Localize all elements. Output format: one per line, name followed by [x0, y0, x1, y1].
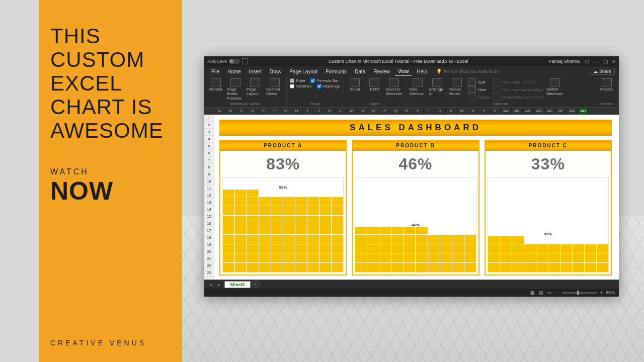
col-E[interactable]: E	[259, 108, 270, 115]
col-G[interactable]: G	[280, 108, 291, 115]
col-V[interactable]: V	[446, 108, 457, 115]
col-M[interactable]: M	[347, 108, 358, 115]
zoom-in-icon[interactable]: +	[600, 290, 603, 295]
maximize-icon[interactable]: ▢	[603, 59, 608, 64]
row-7[interactable]: 7	[204, 157, 214, 164]
zoom-button[interactable]: Zoom	[346, 78, 363, 92]
row-21[interactable]: 21	[204, 255, 214, 262]
tab-view[interactable]: View	[395, 67, 412, 76]
zoom-level[interactable]: 50%	[606, 290, 615, 295]
close-icon[interactable]: ✕	[612, 59, 616, 64]
row-16[interactable]: 16	[204, 220, 214, 227]
gridlines-checkbox[interactable]: Gridlines	[290, 84, 312, 88]
zoom-out-icon[interactable]: −	[556, 290, 558, 295]
col-S[interactable]: S	[413, 108, 424, 115]
row-13[interactable]: 13	[204, 199, 214, 206]
col-P[interactable]: P	[379, 108, 390, 115]
col-O[interactable]: O	[368, 108, 379, 115]
tab-home[interactable]: Home	[224, 68, 244, 75]
save-icon[interactable]	[242, 58, 248, 64]
sheet-nav-prev-icon[interactable]: ◂	[207, 282, 214, 287]
freeze-panes-button[interactable]: Freeze Panes	[448, 78, 465, 96]
view-break-icon[interactable]: ▭	[547, 290, 552, 295]
col-T[interactable]: T	[424, 108, 435, 115]
row-23[interactable]: 23	[204, 269, 214, 277]
col-Y[interactable]: Y	[478, 108, 490, 115]
col-K[interactable]: K	[325, 108, 336, 115]
arrange-all-button[interactable]: Arrange All	[429, 78, 446, 96]
select-all-corner[interactable]	[204, 108, 214, 115]
row-22[interactable]: 22	[204, 262, 214, 269]
row-3[interactable]: 3	[204, 129, 214, 136]
zoom-slider[interactable]: − + 50%	[556, 290, 615, 295]
share-button[interactable]: ☁ Share	[590, 68, 615, 75]
ruler-checkbox[interactable]: Ruler	[290, 78, 305, 83]
col-A[interactable]: A	[214, 108, 225, 115]
tab-page-layout[interactable]: Page Layout	[286, 68, 320, 75]
tab-formulas[interactable]: Formulas	[323, 68, 350, 75]
col-C[interactable]: C	[236, 108, 248, 115]
view-normal-icon[interactable]: ▦	[530, 290, 535, 295]
col-X[interactable]: X	[467, 108, 478, 115]
col-AB[interactable]: AB	[512, 108, 523, 115]
switch-windows-button[interactable]: Switch Windows	[546, 78, 564, 96]
ribbon-options-icon[interactable]: ▢	[585, 59, 589, 64]
view-layout-icon[interactable]: ▤	[539, 290, 543, 295]
worksheet-area[interactable]: 1234567891011121314151617181920212223 SA…	[204, 115, 619, 280]
row-headers[interactable]: 1234567891011121314151617181920212223	[204, 115, 214, 280]
headings-checkbox[interactable]: Headings	[317, 84, 340, 88]
col-AE[interactable]: AE	[545, 108, 556, 115]
row-9[interactable]: 9	[204, 171, 214, 178]
sheet-tab[interactable]: Sheet2	[224, 281, 251, 288]
minimize-icon[interactable]: —	[594, 59, 599, 64]
row-20[interactable]: 20	[204, 248, 214, 255]
col-AG[interactable]: AG	[567, 108, 578, 115]
formula-bar-checkbox[interactable]: Formula Bar	[310, 78, 339, 83]
row-1[interactable]: 1	[204, 115, 214, 122]
col-AF[interactable]: AF	[556, 108, 567, 115]
row-11[interactable]: 11	[204, 185, 214, 192]
column-headers[interactable]: ABCDEFGHIJKLMNOPQRSTUVWXYZAAABACADAEAFAG…	[204, 108, 619, 115]
col-W[interactable]: W	[457, 108, 468, 115]
custom-views-button[interactable]: Custom Views	[266, 78, 283, 96]
macros-button[interactable]: Macros	[598, 78, 615, 92]
new-window-button[interactable]: New Window	[409, 78, 426, 96]
col-AA[interactable]: AA	[501, 108, 512, 115]
tab-help[interactable]: Help	[414, 68, 430, 75]
add-sheet-button[interactable]: +	[253, 281, 260, 288]
row-5[interactable]: 5	[204, 143, 214, 150]
col-N[interactable]: N	[358, 108, 369, 115]
col-Q[interactable]: Q	[390, 108, 401, 115]
row-8[interactable]: 8	[204, 164, 214, 171]
sheet-nav-next-icon[interactable]: ▸	[216, 282, 222, 287]
col-I[interactable]: I	[302, 108, 313, 115]
col-H[interactable]: H	[291, 108, 302, 115]
row-19[interactable]: 19	[204, 241, 214, 248]
user-name[interactable]: Pankaj Sharma	[548, 59, 580, 64]
tab-data[interactable]: Data	[352, 68, 368, 75]
hide-button[interactable]: Hide	[468, 86, 490, 93]
row-17[interactable]: 17	[204, 227, 214, 234]
row-15[interactable]: 15	[204, 213, 214, 220]
tab-draw[interactable]: Draw	[267, 68, 284, 75]
col-R[interactable]: R	[401, 108, 413, 115]
row-10[interactable]: 10	[204, 178, 214, 185]
row-14[interactable]: 14	[204, 206, 214, 213]
col-AD[interactable]: AD	[534, 108, 545, 115]
col-L[interactable]: L	[336, 108, 347, 115]
tell-me-search[interactable]: 💡 Tell me what you want to do	[432, 68, 588, 75]
col-Z[interactable]: Z	[490, 108, 501, 115]
row-2[interactable]: 2	[204, 122, 214, 129]
col-D[interactable]: D	[248, 108, 259, 115]
normal-button[interactable]: Normal	[207, 78, 224, 92]
toggle-switch-icon[interactable]	[229, 59, 240, 64]
tab-file[interactable]: File	[208, 68, 222, 75]
page-layout-button[interactable]: Page Layout	[247, 78, 264, 96]
autosave-toggle[interactable]: AutoSave	[207, 58, 248, 64]
col-F[interactable]: F	[269, 108, 280, 115]
row-4[interactable]: 4	[204, 136, 214, 143]
col-AC[interactable]: AC	[523, 108, 534, 115]
zoom-to-selection-button[interactable]: Zoom to Selection	[385, 78, 403, 96]
row-12[interactable]: 12	[204, 192, 214, 199]
col-J[interactable]: J	[313, 108, 325, 115]
